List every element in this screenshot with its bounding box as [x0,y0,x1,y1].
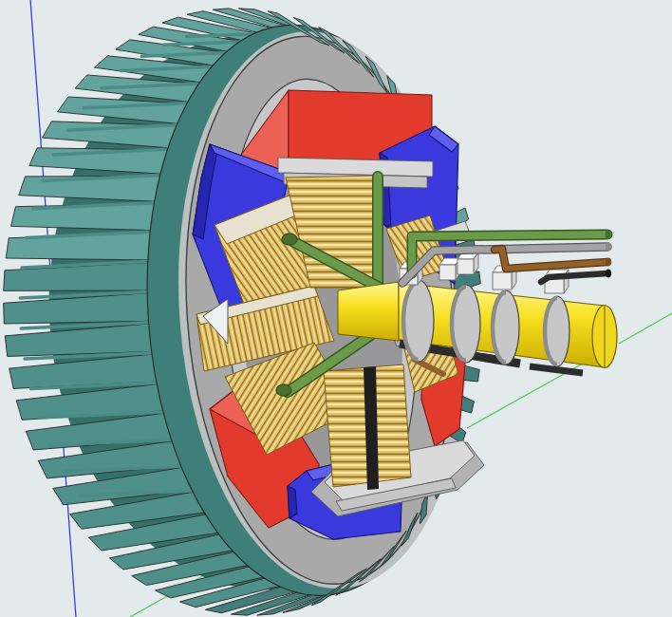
wire-end-cap [606,242,611,251]
shaft-hub [338,282,399,341]
green-tube-end-cap [276,384,291,396]
magnet-face [288,486,297,518]
brush-block [439,265,456,280]
wire-end-cap [606,258,611,267]
motor-assembly-render [0,0,672,617]
wire-end-cap [606,270,611,278]
green-tube-end-cap [282,234,297,245]
cad-3d-viewport[interactable] [0,0,672,617]
wire-end-cap [606,230,612,239]
brush-block [493,272,512,290]
brush-block [457,259,474,274]
